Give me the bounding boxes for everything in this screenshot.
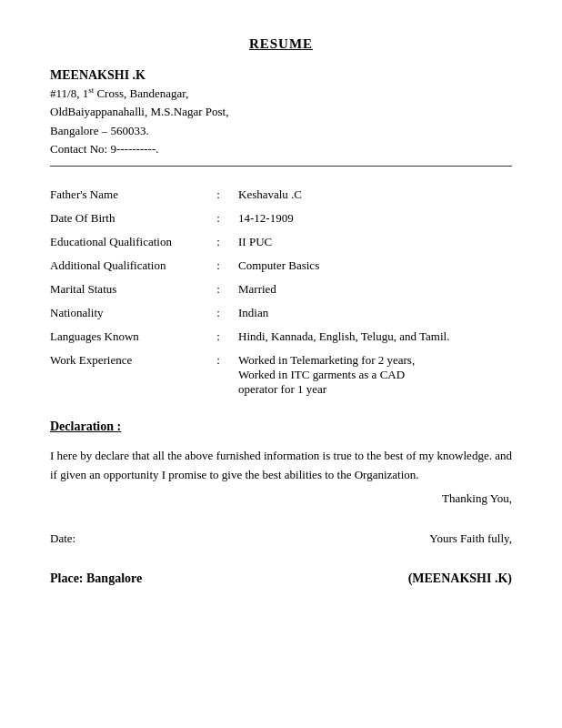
- field-label: Work Experience: [50, 349, 209, 401]
- field-label: Languages Known: [50, 325, 209, 349]
- field-colon: :: [209, 278, 227, 301]
- field-label: Educational Qualification: [50, 230, 209, 254]
- field-value: Married: [227, 278, 512, 301]
- resume-page: RESUME MEENAKSHI .K #11/8, 1st Cross, Ba…: [0, 0, 562, 728]
- table-row: Educational Qualification:II PUC: [50, 230, 512, 254]
- info-table: Father's Name:Keshavalu .CDate Of Birth:…: [50, 183, 512, 401]
- table-row: Date Of Birth:14-12-1909: [50, 207, 512, 230]
- address-line3: Bangalore – 560033.: [50, 124, 149, 137]
- table-row: Additional Qualification:Computer Basics: [50, 254, 512, 278]
- field-colon: :: [209, 349, 227, 401]
- table-row: Languages Known:Hindi, Kannada, English,…: [50, 325, 512, 349]
- declaration-section: Declaration : I here by declare that all…: [50, 420, 512, 587]
- field-colon: :: [209, 183, 227, 207]
- table-row: Father's Name:Keshavalu .C: [50, 183, 512, 207]
- contact-info: Contact No: 9----------.: [50, 142, 158, 156]
- field-colon: :: [209, 301, 227, 325]
- yours-label: Yours Faith fully,: [429, 531, 512, 546]
- field-value: II PUC: [227, 230, 512, 254]
- place-signature-row: Place: Bangalore (MEENAKSHI .K): [50, 571, 512, 586]
- candidate-name: MEENAKSHI .K: [50, 68, 512, 83]
- declaration-text: I here by declare that all the above fur…: [50, 447, 512, 485]
- field-colon: :: [209, 230, 227, 254]
- field-label: Nationality: [50, 301, 209, 325]
- place-label: Place: Bangalore: [50, 571, 142, 586]
- address-line1-cont: Cross, Bandenagar,: [94, 86, 188, 100]
- table-row: Nationality:Indian: [50, 301, 512, 325]
- table-row: Work Experience:Worked in Telemarketing …: [50, 349, 512, 401]
- address-line1-start: #11/8, 1: [50, 86, 88, 100]
- table-row: Marital Status:Married: [50, 278, 512, 301]
- field-colon: :: [209, 207, 227, 230]
- field-value: Hindi, Kannada, English, Telugu, and Tam…: [227, 325, 512, 349]
- field-label: Marital Status: [50, 278, 209, 301]
- declaration-heading: Declaration :: [50, 420, 512, 434]
- date-row: Date: Yours Faith fully,: [50, 531, 512, 546]
- field-colon: :: [209, 325, 227, 349]
- field-value: 14-12-1909: [227, 207, 512, 230]
- field-value: Indian: [227, 301, 512, 325]
- field-value: Computer Basics: [227, 254, 512, 278]
- signature-label: (MEENAKSHI .K): [408, 571, 512, 586]
- resume-title: RESUME: [50, 36, 512, 52]
- field-label: Additional Qualification: [50, 254, 209, 278]
- date-label: Date:: [50, 531, 75, 546]
- field-label: Date Of Birth: [50, 207, 209, 230]
- address-block: #11/8, 1st Cross, Bandenagar, OldBaiyapp…: [50, 85, 512, 158]
- field-colon: :: [209, 254, 227, 278]
- field-value: Worked in Telemarketing for 2 years,Work…: [227, 349, 512, 401]
- address-line2: OldBaiyappanahalli, M.S.Nagar Post,: [50, 105, 228, 118]
- thanking-text: Thanking You,: [50, 491, 512, 506]
- field-value: Keshavalu .C: [227, 183, 512, 207]
- header-divider: [50, 166, 512, 167]
- field-label: Father's Name: [50, 183, 209, 207]
